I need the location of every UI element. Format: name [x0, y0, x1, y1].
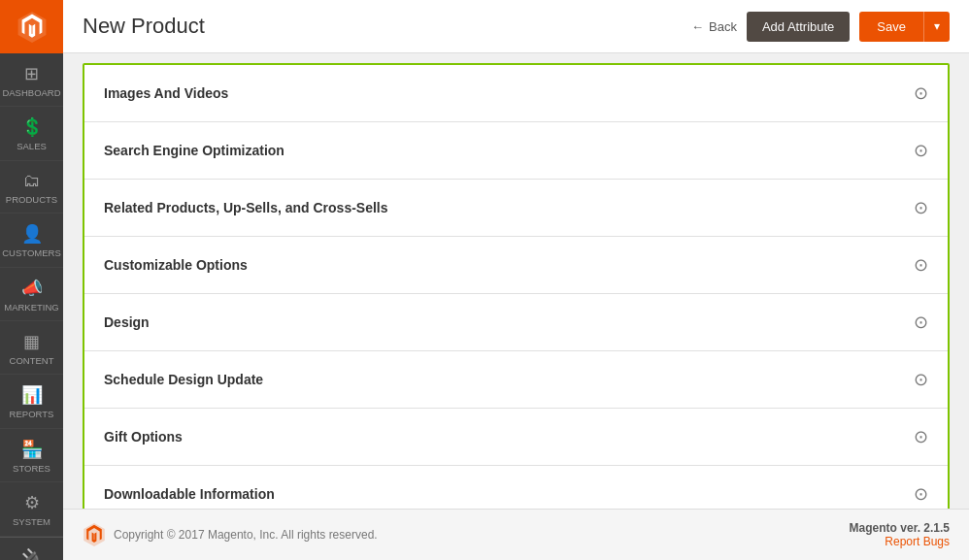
chevron-down-icon: ⊙: [914, 483, 928, 505]
page-header: New Product ← Back Add Attribute Save ▾: [63, 0, 969, 53]
content-icon: ▦: [23, 331, 40, 352]
sidebar: ⊞ DASHBOARD 💲 SALES 🗂 PRODUCTS 👤 CUSTOME…: [0, 0, 63, 560]
sidebar-item-system[interactable]: ⚙ SYSTEM: [0, 482, 63, 536]
sidebar-item-label: PRODUCTS: [6, 194, 57, 205]
sidebar-item-label: SYSTEM: [13, 516, 50, 527]
accordion-item-seo[interactable]: Search Engine Optimization ⊙: [84, 122, 948, 180]
header-actions: ← Back Add Attribute Save ▾: [691, 12, 950, 42]
back-arrow-icon: ←: [691, 19, 704, 34]
sidebar-item-marketing[interactable]: 📣 MARKETING: [0, 268, 63, 321]
sidebar-item-label: DASHBOARD: [2, 87, 60, 98]
accordion-item-schedule-design[interactable]: Schedule Design Update ⊙: [84, 351, 948, 409]
footer-version-area: Magento ver. 2.1.5 Report Bugs: [850, 521, 950, 548]
sidebar-item-label: CUSTOMERS: [2, 247, 61, 258]
sidebar-item-label: SALES: [17, 141, 47, 151]
sidebar-item-customers[interactable]: 👤 CUSTOMERS: [0, 214, 63, 267]
save-dropdown-button[interactable]: ▾: [923, 12, 950, 42]
save-button-group: Save ▾: [859, 12, 950, 42]
system-icon: ⚙: [24, 492, 40, 513]
accordion-item-related-products[interactable]: Related Products, Up-Sells, and Cross-Se…: [84, 180, 948, 237]
back-button[interactable]: ← Back: [691, 19, 737, 34]
accordion-label: Search Engine Optimization: [104, 143, 284, 158]
accordion-label: Schedule Design Update: [104, 372, 263, 387]
marketing-icon: 📣: [21, 278, 43, 299]
sidebar-logo: [0, 0, 63, 53]
sidebar-item-products[interactable]: 🗂 PRODUCTS: [0, 161, 63, 214]
sidebar-item-stores[interactable]: 🏪 STORES: [0, 429, 63, 482]
stores-icon: 🏪: [21, 439, 43, 460]
accordion-item-images-videos[interactable]: Images And Videos ⊙: [84, 65, 948, 122]
accordion-label: Gift Options: [104, 429, 183, 445]
sidebar-item-label: MARKETING: [4, 302, 58, 313]
accordion-container: Images And Videos ⊙ Search Engine Optimi…: [83, 63, 950, 509]
sidebar-item-dashboard[interactable]: ⊞ DASHBOARD: [0, 53, 63, 107]
magento-footer-logo: [83, 523, 106, 546]
accordion-label: Downloadable Information: [104, 486, 275, 502]
sidebar-item-label: STORES: [13, 463, 50, 474]
sidebar-item-reports[interactable]: 📊 REPORTS: [0, 375, 63, 428]
main-content: New Product ← Back Add Attribute Save ▾ …: [63, 0, 969, 560]
products-icon: 🗂: [23, 171, 41, 191]
footer-copyright: Copyright © 2017 Magento, Inc. All right…: [114, 528, 378, 542]
accordion-label: Design: [104, 314, 150, 330]
footer-version: Magento ver. 2.1.5: [850, 521, 950, 535]
dashboard-icon: ⊞: [24, 63, 39, 84]
accordion-label: Customizable Options: [104, 257, 248, 273]
reports-icon: 📊: [21, 384, 43, 406]
accordion-item-gift-options[interactable]: Gift Options ⊙: [84, 409, 948, 466]
chevron-down-icon: ▾: [934, 19, 940, 33]
sales-icon: 💲: [21, 116, 43, 138]
main-content-area: Images And Videos ⊙ Search Engine Optimi…: [63, 53, 969, 509]
page-footer: Copyright © 2017 Magento, Inc. All right…: [63, 509, 969, 560]
add-attribute-button[interactable]: Add Attribute: [747, 12, 850, 42]
sidebar-item-label: REPORTS: [10, 409, 54, 419]
accordion-label: Related Products, Up-Sells, and Cross-Se…: [104, 200, 388, 215]
chevron-down-icon: ⊙: [914, 426, 928, 447]
chevron-down-icon: ⊙: [914, 197, 928, 218]
footer-logo-area: Copyright © 2017 Magento, Inc. All right…: [83, 523, 378, 546]
accordion-item-design[interactable]: Design ⊙: [84, 294, 948, 351]
sidebar-item-sales[interactable]: 💲 SALES: [0, 107, 63, 160]
accordion-label: Images And Videos: [104, 85, 228, 101]
chevron-down-icon: ⊙: [914, 82, 928, 104]
accordion-item-customizable-options[interactable]: Customizable Options ⊙: [84, 237, 948, 294]
chevron-down-icon: ⊙: [914, 140, 928, 161]
sidebar-item-label: CONTENT: [10, 355, 54, 366]
chevron-down-icon: ⊙: [914, 254, 928, 276]
chevron-down-icon: ⊙: [914, 312, 928, 333]
find-icon: 🔌: [21, 547, 43, 560]
report-bugs-link[interactable]: Report Bugs: [885, 535, 950, 548]
sidebar-item-find[interactable]: 🔌 FIND PARTNERS & EXTENSIONS: [0, 537, 63, 560]
sidebar-item-content[interactable]: ▦ CONTENT: [0, 321, 63, 375]
page-title: New Product: [83, 14, 205, 39]
save-button[interactable]: Save: [859, 12, 923, 42]
accordion-item-downloadable[interactable]: Downloadable Information ⊙: [84, 466, 948, 509]
chevron-down-icon: ⊙: [914, 369, 928, 390]
customers-icon: 👤: [21, 223, 43, 245]
